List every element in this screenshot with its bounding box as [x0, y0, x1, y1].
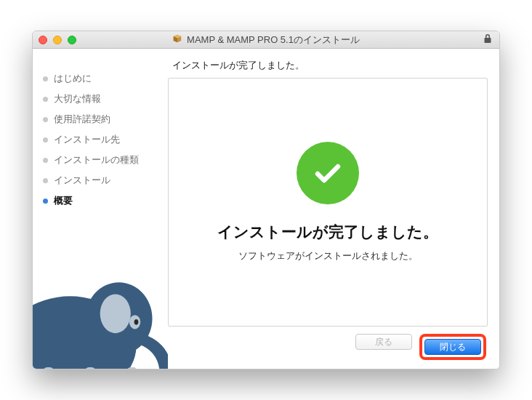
window-title: MAMP & MAMP PRO 5.1のインストール: [187, 33, 360, 47]
step-label: インストール先: [54, 133, 120, 146]
step-readme: 大切な情報: [43, 92, 158, 105]
content-panel: インストールが完了しました。 ソフトウェアがインストールされました。: [168, 78, 488, 327]
step-dot-icon: [43, 158, 48, 163]
minimize-window-button[interactable]: [53, 36, 62, 44]
zoom-window-button[interactable]: [68, 36, 76, 44]
success-title: インストールが完了しました。: [217, 222, 438, 242]
svg-point-2: [100, 294, 131, 333]
step-install: インストール: [43, 174, 158, 187]
step-label: 使用許諾契約: [54, 113, 110, 126]
step-summary: 概要: [43, 194, 158, 207]
button-footer: 戻る 閉じる: [168, 327, 488, 360]
step-dot-icon: [43, 117, 48, 122]
window-body: はじめに 大切な情報 使用許諾契約 インストール先 インストールの種類 インスト…: [33, 49, 499, 369]
close-button[interactable]: 閉じる: [424, 339, 481, 355]
close-window-button[interactable]: [39, 36, 47, 44]
step-list: はじめに 大切な情報 使用許諾契約 インストール先 インストールの種類 インスト…: [43, 72, 158, 207]
step-label: 概要: [54, 194, 73, 207]
step-intro: はじめに: [43, 72, 158, 85]
step-dot-icon: [43, 97, 48, 102]
step-label: はじめに: [54, 72, 92, 85]
lock-icon: [483, 33, 492, 47]
step-dot-icon: [43, 178, 48, 183]
step-label: インストール: [54, 174, 110, 187]
mamp-elephant-graphic: [33, 252, 168, 369]
step-type: インストールの種類: [43, 153, 158, 167]
close-button-highlight: 閉じる: [419, 334, 486, 360]
step-label: 大切な情報: [54, 92, 101, 105]
step-dot-icon: [43, 199, 48, 204]
traffic-lights: [39, 36, 76, 44]
step-dot-icon: [43, 137, 48, 143]
success-subtitle: ソフトウェアがインストールされました。: [238, 249, 418, 263]
page-title: インストールが完了しました。: [168, 56, 488, 78]
svg-point-4: [134, 319, 139, 325]
step-destination: インストール先: [43, 133, 158, 146]
step-label: インストールの種類: [54, 153, 139, 167]
success-check-icon: [297, 142, 359, 204]
titlebar: MAMP & MAMP PRO 5.1のインストール: [33, 31, 499, 49]
installer-window: MAMP & MAMP PRO 5.1のインストール はじめに 大切な情報 使用…: [32, 31, 500, 369]
package-icon: [172, 33, 182, 47]
sidebar: はじめに 大切な情報 使用許諾契約 インストール先 インストールの種類 インスト…: [33, 49, 168, 369]
step-license: 使用許諾契約: [43, 113, 158, 126]
step-dot-icon: [43, 76, 48, 81]
back-button: 戻る: [355, 334, 412, 350]
main-area: インストールが完了しました。 インストールが完了しました。 ソフトウェアがインス…: [168, 49, 499, 369]
